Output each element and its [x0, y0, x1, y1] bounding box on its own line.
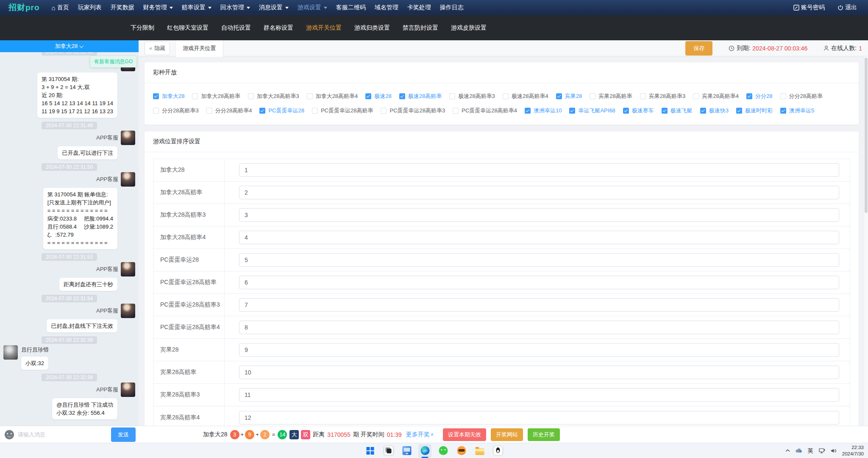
lottery-checkbox[interactable]: 澳洲幸运5	[780, 107, 814, 114]
topnav-item[interactable]: ⌂ 游戏设置	[298, 4, 327, 11]
tab-game-switch-position[interactable]: 游戏开关位置	[175, 40, 223, 57]
taskbar-app[interactable]	[492, 444, 504, 457]
topnav-item[interactable]: ⌂ 开奖数据	[111, 4, 134, 11]
sort-order-input[interactable]	[239, 231, 839, 244]
lottery-checkbox[interactable]: 极速28高赔率4	[503, 92, 548, 100]
vertical-scrollbar[interactable]	[864, 56, 868, 426]
topnav-item[interactable]: ⌂ 客服二维码	[336, 4, 366, 11]
lottery-checkbox[interactable]: 极速28高赔率3	[449, 92, 495, 100]
send-button[interactable]: 发送	[111, 427, 136, 442]
lottery-checkbox[interactable]: PC蛋蛋幸运28高赔率	[312, 107, 373, 114]
status-action-button[interactable]: 设置本期无效	[443, 428, 486, 441]
taskbar-app[interactable]	[382, 444, 395, 457]
taskbar-app[interactable]	[437, 444, 450, 457]
sort-order-input[interactable]	[239, 321, 839, 334]
sort-row-label: 宾果28高赔率	[153, 361, 225, 383]
chat-room-selector[interactable]: 加拿大28	[0, 40, 139, 52]
sort-order-input[interactable]	[239, 163, 839, 177]
lottery-checkbox[interactable]: 分分28高赔率3	[153, 107, 199, 114]
lottery-checkbox[interactable]: 极速飞艇	[662, 107, 693, 114]
lottery-checkbox[interactable]: PC蛋蛋幸运28	[259, 107, 304, 114]
taskbar-app[interactable]	[473, 444, 486, 457]
subnav-item[interactable]: 禁言防封设置	[400, 22, 441, 34]
topnav-item-label: 财务管理	[143, 4, 167, 11]
sort-order-input[interactable]	[239, 366, 839, 379]
account-password-button[interactable]: 账号密码	[793, 4, 825, 11]
new-message-toast[interactable]: 有新客服消息GO	[90, 56, 136, 67]
volume-icon[interactable]	[831, 448, 837, 453]
subnav-item[interactable]: 游戏开关位置	[303, 22, 344, 34]
sort-row-value-cell	[225, 208, 850, 222]
lottery-checkbox[interactable]: 宾果28高赔率3	[640, 92, 686, 100]
topnav-item[interactable]: ⌂ 消息设置	[259, 4, 289, 11]
sort-row-value-cell	[225, 231, 850, 244]
topnav-item[interactable]: ⌂ 操作日志	[440, 4, 464, 11]
lottery-checkbox[interactable]: 分分28高赔率4	[206, 107, 252, 114]
topnav-item[interactable]: ⌂ 财务管理	[143, 4, 173, 11]
lottery-checkbox[interactable]: 极速28高赔率	[399, 92, 442, 100]
taskbar-app[interactable]	[401, 444, 413, 457]
lottery-checkbox[interactable]: 幸运飞艇API68	[569, 107, 615, 114]
chat-message-input[interactable]	[18, 431, 107, 438]
lottery-checkbox[interactable]: 宾果28	[556, 92, 582, 100]
sort-order-input[interactable]	[239, 186, 839, 199]
topnav-item[interactable]: ⌂ 首页	[52, 4, 69, 11]
network-icon[interactable]	[819, 448, 825, 453]
lottery-checkbox[interactable]: 极速赛车	[623, 107, 654, 114]
lottery-checkbox[interactable]: 澳洲幸运10	[525, 107, 562, 114]
orange-app-icon	[457, 446, 466, 455]
sort-order-input[interactable]	[239, 276, 839, 289]
lottery-checkbox[interactable]: 分分28	[746, 92, 772, 100]
lottery-checkbox[interactable]: 极速时时彩	[736, 107, 773, 114]
sort-order-input[interactable]	[239, 411, 839, 424]
subnav-item[interactable]: 游戏皮肤设置	[448, 22, 489, 34]
topnav-item[interactable]: ⌂ 卡奖处理	[407, 4, 431, 11]
topnav-item[interactable]: ⌂ 赔率设置	[182, 4, 211, 11]
subnav-item[interactable]: 红包聊天室设置	[164, 22, 211, 34]
subnav-item[interactable]: 游戏归类设置	[352, 22, 392, 34]
lottery-checkbox[interactable]: 极速28	[365, 92, 391, 100]
status-action-button[interactable]: 开奖网站	[491, 428, 523, 441]
sort-order-title: 游戏位置排序设置	[145, 131, 859, 152]
lottery-checkbox[interactable]: PC蛋蛋幸运28高赔率4	[453, 107, 517, 114]
sort-order-input[interactable]	[239, 298, 839, 312]
table-row: 加拿大28高赔率	[153, 182, 850, 204]
chevron-up-icon[interactable]	[785, 449, 790, 452]
more-draws-link[interactable]: 更多开奖	[406, 431, 434, 438]
logout-button[interactable]: 退出	[837, 4, 857, 11]
lottery-checkbox[interactable]: 宾果28高赔率	[590, 92, 632, 100]
lottery-checkbox[interactable]: 极速快3	[700, 107, 729, 114]
emoji-icon[interactable]	[5, 430, 14, 439]
taskbar-clock[interactable]: 22:33 2024/7/30	[842, 444, 864, 457]
save-button[interactable]: 保存	[685, 41, 712, 56]
input-language-indicator[interactable]: 英	[808, 447, 813, 455]
lottery-checkbox[interactable]: 加拿大28高赔率3	[248, 92, 299, 100]
sort-order-input[interactable]	[239, 253, 839, 267]
topnav-item-label: 首页	[57, 4, 69, 11]
hide-sidebar-button[interactable]: « 隐藏	[145, 42, 170, 55]
lottery-checkbox[interactable]: 加拿大28高赔率4	[307, 92, 358, 100]
checkbox-icon	[192, 93, 198, 99]
cloud-sync-icon[interactable]	[796, 448, 802, 453]
subnav-item[interactable]: 下分限制	[128, 22, 157, 34]
lottery-checkbox[interactable]: PC蛋蛋幸运28高赔率3	[381, 107, 445, 114]
sort-row-label: 加拿大28	[153, 159, 225, 181]
sort-order-input[interactable]	[239, 388, 839, 402]
taskbar-app[interactable]	[419, 444, 431, 457]
lottery-checkbox[interactable]: 宾果28高赔率4	[693, 92, 739, 100]
subnav-item[interactable]: 自动托设置	[219, 22, 253, 34]
subnav-item[interactable]: 群名称设置	[261, 22, 296, 34]
topnav-item[interactable]: ⌂ 回水管理	[220, 4, 250, 11]
topnav-item[interactable]: ⌂ 域名管理	[375, 4, 398, 11]
status-action-button[interactable]: 历史开奖	[528, 428, 560, 441]
lottery-checkbox[interactable]: 加拿大28	[153, 92, 184, 100]
lottery-checkbox[interactable]: 分分28高赔率	[780, 92, 823, 100]
sort-order-input[interactable]	[239, 343, 839, 357]
taskbar-app[interactable]	[455, 444, 468, 457]
topnav-item[interactable]: ⌂ 玩家列表	[78, 4, 102, 11]
green-chat-app-icon	[439, 446, 448, 455]
sort-order-input[interactable]	[239, 208, 839, 222]
lottery-checkbox[interactable]: 加拿大28高赔率	[192, 92, 240, 100]
taskbar-app[interactable]	[364, 444, 377, 457]
scrollbar-thumb[interactable]	[865, 58, 868, 213]
